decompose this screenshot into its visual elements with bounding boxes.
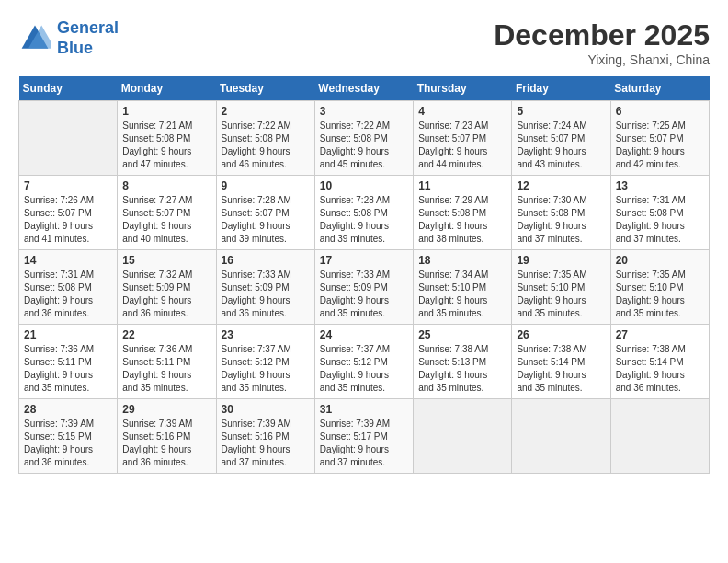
week-row-1: 1Sunrise: 7:21 AM Sunset: 5:08 PM Daylig… [19,101,710,176]
day-info: Sunrise: 7:32 AM Sunset: 5:09 PM Dayligh… [122,269,210,320]
logo-text: General Blue [57,18,119,58]
logo-line2: Blue [57,39,93,57]
week-row-4: 21Sunrise: 7:36 AM Sunset: 5:11 PM Dayli… [19,325,710,399]
day-info: Sunrise: 7:22 AM Sunset: 5:08 PM Dayligh… [320,120,408,171]
day-info: Sunrise: 7:21 AM Sunset: 5:08 PM Dayligh… [122,120,210,171]
day-number: 2 [222,105,310,118]
day-info: Sunrise: 7:31 AM Sunset: 5:08 PM Dayligh… [24,269,112,320]
day-number: 3 [320,105,408,118]
day-number: 17 [320,254,408,267]
calendar-cell: 4Sunrise: 7:23 AM Sunset: 5:07 PM Daylig… [414,101,512,176]
day-info: Sunrise: 7:30 AM Sunset: 5:08 PM Dayligh… [517,194,605,246]
day-info: Sunrise: 7:38 AM Sunset: 5:13 PM Dayligh… [418,343,506,395]
calendar-cell: 25Sunrise: 7:38 AM Sunset: 5:13 PM Dayli… [414,325,512,399]
day-number: 31 [320,403,408,416]
calendar-cell: 8Sunrise: 7:27 AM Sunset: 5:07 PM Daylig… [118,176,216,250]
day-info: Sunrise: 7:34 AM Sunset: 5:10 PM Dayligh… [418,269,506,320]
day-number: 7 [24,179,112,192]
day-number: 19 [517,254,605,267]
day-info: Sunrise: 7:38 AM Sunset: 5:14 PM Dayligh… [616,343,704,395]
calendar-cell: 27Sunrise: 7:38 AM Sunset: 5:14 PM Dayli… [610,325,709,399]
calendar-cell: 10Sunrise: 7:28 AM Sunset: 5:08 PM Dayli… [314,176,413,250]
day-number: 20 [616,254,704,267]
day-info: Sunrise: 7:39 AM Sunset: 5:17 PM Dayligh… [320,418,408,469]
calendar-cell: 28Sunrise: 7:39 AM Sunset: 5:15 PM Dayli… [19,399,118,474]
day-number: 29 [122,403,210,416]
week-row-3: 14Sunrise: 7:31 AM Sunset: 5:08 PM Dayli… [19,250,710,325]
day-number: 5 [517,105,605,118]
day-info: Sunrise: 7:22 AM Sunset: 5:08 PM Dayligh… [222,120,310,171]
day-number: 13 [616,179,704,192]
calendar-cell: 3Sunrise: 7:22 AM Sunset: 5:08 PM Daylig… [314,101,413,176]
logo: General Blue [18,18,119,58]
day-info: Sunrise: 7:28 AM Sunset: 5:08 PM Dayligh… [320,194,408,246]
calendar-cell: 16Sunrise: 7:33 AM Sunset: 5:09 PM Dayli… [216,250,314,325]
day-number: 27 [616,328,704,341]
day-info: Sunrise: 7:38 AM Sunset: 5:14 PM Dayligh… [517,343,605,395]
header-saturday: Saturday [610,76,709,101]
day-info: Sunrise: 7:24 AM Sunset: 5:07 PM Dayligh… [517,120,605,171]
header-monday: Monday [118,76,216,101]
day-info: Sunrise: 7:33 AM Sunset: 5:09 PM Dayligh… [222,269,310,320]
day-number: 16 [222,254,310,267]
day-info: Sunrise: 7:36 AM Sunset: 5:11 PM Dayligh… [122,343,210,395]
day-number: 14 [24,254,112,267]
page-header: General Blue December 2025 Yixing, Shanx… [18,18,710,67]
header-sunday: Sunday [19,76,118,101]
day-number: 25 [418,328,506,341]
week-row-2: 7Sunrise: 7:26 AM Sunset: 5:07 PM Daylig… [19,176,710,250]
day-info: Sunrise: 7:23 AM Sunset: 5:07 PM Dayligh… [418,120,506,171]
day-number: 12 [517,179,605,192]
calendar-cell [610,399,709,474]
day-number: 18 [418,254,506,267]
week-row-5: 28Sunrise: 7:39 AM Sunset: 5:15 PM Dayli… [19,399,710,474]
location: Yixing, Shanxi, China [494,52,710,67]
day-number: 8 [122,179,210,192]
calendar-cell: 18Sunrise: 7:34 AM Sunset: 5:10 PM Dayli… [414,250,512,325]
day-info: Sunrise: 7:27 AM Sunset: 5:07 PM Dayligh… [122,194,210,246]
day-number: 26 [517,328,605,341]
day-number: 11 [418,179,506,192]
day-info: Sunrise: 7:33 AM Sunset: 5:09 PM Dayligh… [320,269,408,320]
day-info: Sunrise: 7:39 AM Sunset: 5:16 PM Dayligh… [122,418,210,469]
calendar-cell: 1Sunrise: 7:21 AM Sunset: 5:08 PM Daylig… [118,101,216,176]
day-info: Sunrise: 7:35 AM Sunset: 5:10 PM Dayligh… [517,269,605,320]
day-info: Sunrise: 7:37 AM Sunset: 5:12 PM Dayligh… [320,343,408,395]
calendar-cell: 2Sunrise: 7:22 AM Sunset: 5:08 PM Daylig… [216,101,314,176]
calendar-cell: 19Sunrise: 7:35 AM Sunset: 5:10 PM Dayli… [512,250,610,325]
day-info: Sunrise: 7:37 AM Sunset: 5:12 PM Dayligh… [222,343,310,395]
day-info: Sunrise: 7:35 AM Sunset: 5:10 PM Dayligh… [616,269,704,320]
calendar-cell: 17Sunrise: 7:33 AM Sunset: 5:09 PM Dayli… [314,250,413,325]
header-friday: Friday [512,76,610,101]
calendar-cell: 13Sunrise: 7:31 AM Sunset: 5:08 PM Dayli… [610,176,709,250]
month-title: December 2025 [494,18,710,52]
logo-icon [18,22,51,55]
day-info: Sunrise: 7:31 AM Sunset: 5:08 PM Dayligh… [616,194,704,246]
calendar-cell [414,399,512,474]
day-info: Sunrise: 7:29 AM Sunset: 5:08 PM Dayligh… [418,194,506,246]
day-number: 22 [122,328,210,341]
calendar-cell: 23Sunrise: 7:37 AM Sunset: 5:12 PM Dayli… [216,325,314,399]
day-info: Sunrise: 7:39 AM Sunset: 5:16 PM Dayligh… [222,418,310,469]
calendar-cell [512,399,610,474]
calendar-cell: 26Sunrise: 7:38 AM Sunset: 5:14 PM Dayli… [512,325,610,399]
calendar-cell: 14Sunrise: 7:31 AM Sunset: 5:08 PM Dayli… [19,250,118,325]
calendar-cell: 21Sunrise: 7:36 AM Sunset: 5:11 PM Dayli… [19,325,118,399]
calendar-cell: 7Sunrise: 7:26 AM Sunset: 5:07 PM Daylig… [19,176,118,250]
calendar-cell: 30Sunrise: 7:39 AM Sunset: 5:16 PM Dayli… [216,399,314,474]
calendar-cell: 9Sunrise: 7:28 AM Sunset: 5:07 PM Daylig… [216,176,314,250]
day-info: Sunrise: 7:25 AM Sunset: 5:07 PM Dayligh… [616,120,704,171]
calendar-cell: 31Sunrise: 7:39 AM Sunset: 5:17 PM Dayli… [314,399,413,474]
day-info: Sunrise: 7:39 AM Sunset: 5:15 PM Dayligh… [24,418,112,469]
day-info: Sunrise: 7:26 AM Sunset: 5:07 PM Dayligh… [24,194,112,246]
calendar-table: SundayMondayTuesdayWednesdayThursdayFrid… [18,76,710,474]
calendar-cell: 11Sunrise: 7:29 AM Sunset: 5:08 PM Dayli… [414,176,512,250]
calendar-cell: 29Sunrise: 7:39 AM Sunset: 5:16 PM Dayli… [118,399,216,474]
day-number: 24 [320,328,408,341]
day-number: 6 [616,105,704,118]
calendar-cell [19,101,118,176]
day-number: 9 [222,179,310,192]
calendar-cell: 15Sunrise: 7:32 AM Sunset: 5:09 PM Dayli… [118,250,216,325]
day-number: 10 [320,179,408,192]
calendar-cell: 24Sunrise: 7:37 AM Sunset: 5:12 PM Dayli… [314,325,413,399]
